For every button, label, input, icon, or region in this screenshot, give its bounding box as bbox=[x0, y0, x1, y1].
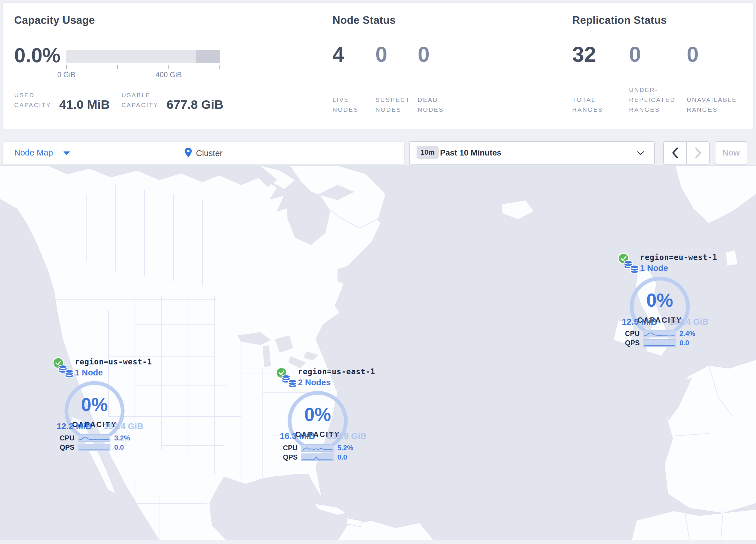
total-ranges-label: TOTAL RANGES bbox=[572, 95, 603, 115]
breadcrumb[interactable]: Cluster bbox=[3, 147, 404, 159]
region-label: region=us-east-1 bbox=[298, 367, 375, 376]
total-ranges-count: 32 bbox=[572, 42, 596, 67]
capacity-usage-bar-segment bbox=[196, 50, 220, 63]
total-capacity: 169.4 GiB bbox=[97, 421, 150, 431]
live-nodes-count: 4 bbox=[332, 42, 344, 67]
axis-tick-label: 0 GiB bbox=[43, 70, 90, 79]
total-capacity: 338.9 GiB bbox=[321, 431, 373, 441]
qps-label: QPS bbox=[625, 339, 641, 347]
used-capacity: 12.2 MiB bbox=[48, 421, 100, 431]
cpu-label: CPU bbox=[625, 330, 641, 338]
cpu-sparkline bbox=[643, 330, 676, 338]
breadcrumb-label: Cluster bbox=[196, 148, 223, 158]
cpu-label: CPU bbox=[60, 434, 76, 442]
node-count-link[interactable]: 1 Node bbox=[75, 368, 103, 378]
qps-value: 0.0 bbox=[679, 339, 689, 347]
dead-nodes-label: DEAD NODES bbox=[418, 95, 444, 115]
capacity-percent: 0% bbox=[63, 394, 126, 416]
used-capacity: 16.3 MiB bbox=[271, 431, 324, 441]
suspect-nodes-label: SUSPECT NODES bbox=[375, 95, 410, 115]
map-pin-icon bbox=[184, 147, 192, 159]
used-capacity-value: 41.0 MiB bbox=[59, 97, 110, 112]
cpu-label: CPU bbox=[283, 444, 299, 452]
usable-capacity-label: USABLE CAPACITY bbox=[121, 90, 158, 110]
capacity-usage-bar bbox=[66, 50, 220, 63]
cpu-sparkline bbox=[301, 444, 334, 452]
replication-status-title: Replication Status bbox=[572, 14, 667, 26]
time-range-selector[interactable]: 10m Past 10 Minutes bbox=[409, 141, 655, 164]
capacity-usage-title: Capacity Usage bbox=[14, 14, 95, 26]
qps-value: 0.0 bbox=[337, 453, 347, 461]
time-range-label: Past 10 Minutes bbox=[440, 148, 501, 157]
axis-tick-label: 400 GiB bbox=[146, 70, 192, 79]
node-status-title: Node Status bbox=[332, 14, 396, 26]
prev-time-button[interactable] bbox=[664, 142, 687, 164]
time-step-buttons bbox=[663, 141, 710, 164]
unavailable-ranges-count: 0 bbox=[687, 42, 699, 67]
node-map[interactable] bbox=[0, 165, 756, 540]
live-nodes-label: LIVE NODES bbox=[332, 95, 359, 115]
qps-sparkline bbox=[301, 454, 334, 461]
capacity-percent: 0% bbox=[628, 290, 692, 311]
axis-tick bbox=[117, 65, 118, 69]
node-count-link[interactable]: 2 Nodes bbox=[298, 378, 331, 387]
qps-sparkline bbox=[78, 444, 110, 451]
capacity-usage-percent: 0.0% bbox=[14, 44, 61, 67]
qps-sparkline bbox=[643, 339, 676, 347]
used-capacity: 12.5 MiB bbox=[613, 317, 666, 327]
cluster-summary-panel: Capacity Usage 0.0% 0 GiB 400 GiB USED C… bbox=[2, 2, 754, 129]
under-replicated-ranges-count: 0 bbox=[629, 42, 641, 67]
region-label: region=eu-west-1 bbox=[640, 253, 717, 262]
cpu-value: 5.2% bbox=[337, 444, 353, 452]
region-label: region=us-west-1 bbox=[75, 358, 152, 366]
axis-tick bbox=[168, 65, 169, 69]
qps-label: QPS bbox=[283, 453, 299, 461]
now-button[interactable]: Now bbox=[715, 141, 747, 164]
usable-capacity-value: 677.8 GiB bbox=[166, 97, 223, 112]
capacity-percent: 0% bbox=[286, 404, 350, 425]
cpu-sparkline bbox=[78, 434, 110, 442]
time-range-badge: 10m bbox=[417, 146, 439, 159]
unavailable-ranges-label: UNAVAILABLE RANGES bbox=[687, 95, 737, 115]
dead-nodes-count: 0 bbox=[418, 42, 430, 67]
qps-value: 0.0 bbox=[114, 443, 124, 452]
cpu-value: 3.2% bbox=[114, 434, 130, 442]
chevron-down-icon bbox=[636, 150, 645, 157]
qps-label: QPS bbox=[60, 443, 76, 452]
cpu-value: 2.4% bbox=[679, 330, 695, 338]
under-replicated-ranges-label: UNDER- REPLICATED RANGES bbox=[629, 85, 675, 115]
node-count-link[interactable]: 1 Node bbox=[640, 263, 668, 273]
axis-tick bbox=[219, 65, 220, 69]
next-time-button[interactable] bbox=[687, 142, 709, 164]
suspect-nodes-count: 0 bbox=[375, 42, 387, 67]
used-capacity-label: USED CAPACITY bbox=[14, 90, 51, 110]
world-map bbox=[0, 165, 756, 540]
axis-tick bbox=[66, 65, 67, 69]
total-capacity: 169.4 GiB bbox=[663, 317, 715, 327]
map-toolbar: Node Map Cluster bbox=[2, 141, 405, 164]
